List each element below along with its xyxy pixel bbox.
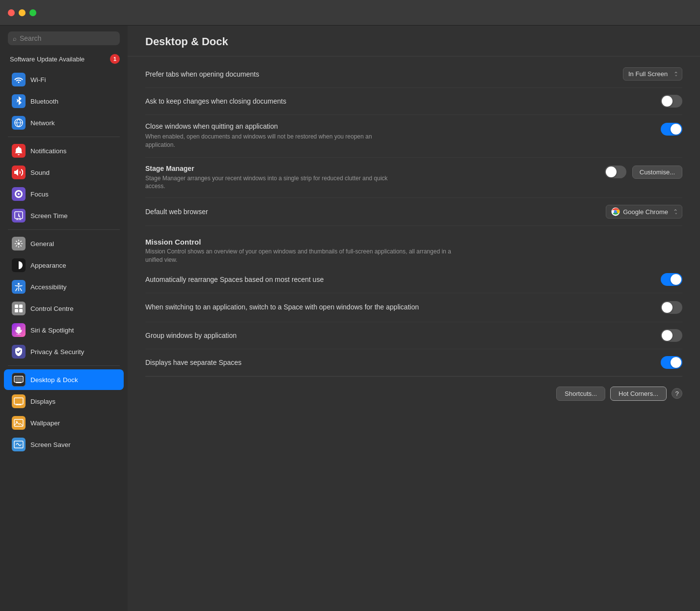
content-header: Desktop & Dock bbox=[128, 26, 700, 56]
sidebar-item-desktop-label: Desktop & Dock bbox=[30, 376, 78, 384]
stage-manager-row: Stage Manager Stage Manager arranges you… bbox=[145, 158, 682, 198]
accessibility-icon bbox=[12, 280, 26, 294]
sidebar-item-general-label: General bbox=[30, 240, 54, 248]
sidebar-item-sound-label: Sound bbox=[30, 169, 50, 176]
sidebar-item-notifications-label: Notifications bbox=[30, 147, 67, 155]
sidebar-item-sound[interactable]: Sound bbox=[4, 162, 124, 183]
help-button[interactable]: ? bbox=[672, 388, 682, 399]
sidebar-item-controlcentre-label: Control Centre bbox=[30, 305, 74, 312]
sidebar-item-privacy[interactable]: Privacy & Security bbox=[4, 341, 124, 362]
minimize-button[interactable] bbox=[19, 9, 26, 16]
stage-manager-sublabel: Stage Manager arranges your recent windo… bbox=[145, 174, 391, 191]
sidebar-item-bluetooth-label: Bluetooth bbox=[30, 98, 58, 105]
stage-manager-toggle[interactable] bbox=[605, 166, 626, 178]
desktop-icon bbox=[12, 373, 26, 387]
divider-2 bbox=[8, 229, 120, 230]
divider-1 bbox=[8, 137, 120, 137]
svg-rect-5 bbox=[15, 305, 18, 308]
software-update-item[interactable]: Software Update Available 1 bbox=[0, 51, 128, 67]
svg-point-17 bbox=[614, 210, 617, 213]
sidebar-item-screensaver[interactable]: Screen Saver bbox=[4, 434, 124, 455]
rearrange-spaces-row: Automatically rearrange Spaces based on … bbox=[145, 266, 682, 293]
switch-space-toggle[interactable] bbox=[661, 301, 682, 314]
svg-rect-7 bbox=[15, 309, 18, 312]
search-icon: ⌕ bbox=[13, 35, 17, 42]
svg-rect-10 bbox=[16, 382, 22, 383]
ask-changes-label: Ask to keep changes when closing documen… bbox=[145, 97, 286, 105]
screensaver-icon bbox=[12, 438, 26, 451]
general-icon bbox=[12, 237, 26, 250]
close-windows-row: Close windows when quitting an applicati… bbox=[145, 115, 682, 158]
sidebar-item-focus[interactable]: Focus bbox=[4, 184, 124, 204]
close-button[interactable] bbox=[8, 9, 15, 16]
content-body: Prefer tabs when opening documents Alway… bbox=[128, 60, 700, 411]
sidebar-item-appearance-label: Appearance bbox=[30, 262, 66, 269]
sidebar-item-displays-label: Displays bbox=[30, 398, 55, 405]
customise-button[interactable]: Customise... bbox=[632, 166, 682, 179]
controlcentre-icon bbox=[12, 302, 26, 315]
ask-changes-row: Ask to keep changes when closing documen… bbox=[145, 88, 682, 115]
sidebar-item-accessibility-label: Accessibility bbox=[30, 283, 67, 291]
sidebar-item-privacy-label: Privacy & Security bbox=[30, 348, 84, 356]
sidebar: ⌕ Software Update Available 1 Wi-Fi bbox=[0, 26, 128, 611]
sidebar-item-network[interactable]: Network bbox=[4, 112, 124, 133]
maximize-button[interactable] bbox=[29, 9, 36, 16]
svg-rect-12 bbox=[14, 398, 23, 404]
title-bar bbox=[0, 0, 700, 26]
separate-spaces-toggle[interactable] bbox=[661, 356, 682, 369]
sidebar-item-displays[interactable]: Displays bbox=[4, 391, 124, 412]
sidebar-item-siri[interactable]: Siri & Spotlight bbox=[4, 320, 124, 340]
sidebar-item-controlcentre[interactable]: Control Centre bbox=[4, 298, 124, 319]
chrome-icon bbox=[611, 207, 620, 216]
shortcuts-button[interactable]: Shortcuts... bbox=[556, 387, 605, 401]
close-windows-sublabel: When enabled, open documents and windows… bbox=[145, 133, 391, 149]
mission-control-title: Mission Control bbox=[145, 238, 682, 246]
traffic-lights bbox=[8, 9, 36, 16]
siri-icon bbox=[12, 323, 26, 337]
rearrange-spaces-label: Automatically rearrange Spaces based on … bbox=[145, 276, 323, 283]
stage-manager-label: Stage Manager bbox=[145, 165, 605, 172]
network-icon bbox=[12, 116, 26, 130]
sidebar-item-wifi[interactable]: Wi-Fi bbox=[4, 69, 124, 90]
switch-space-label: When switching to an application, switch… bbox=[145, 303, 419, 311]
svg-point-2 bbox=[18, 243, 20, 245]
privacy-icon bbox=[12, 345, 26, 359]
search-box[interactable]: ⌕ bbox=[8, 31, 120, 45]
sidebar-item-desktop[interactable]: Desktop & Dock bbox=[4, 369, 124, 390]
wallpaper-icon bbox=[12, 416, 26, 430]
software-update-badge: 1 bbox=[110, 54, 120, 64]
sidebar-item-siri-label: Siri & Spotlight bbox=[30, 327, 74, 334]
prefer-tabs-select[interactable]: Always In Full Screen Never bbox=[623, 67, 682, 81]
svg-point-4 bbox=[18, 283, 20, 285]
group-windows-row: Group windows by application bbox=[145, 322, 682, 349]
page-title: Desktop & Dock bbox=[145, 35, 682, 48]
sound-icon bbox=[12, 166, 26, 179]
software-update-label: Software Update Available bbox=[10, 56, 84, 63]
bluetooth-icon bbox=[12, 94, 26, 108]
hot-corners-button[interactable]: Hot Corners... bbox=[610, 387, 667, 401]
svg-rect-8 bbox=[19, 309, 23, 312]
bottom-action-bar: Shortcuts... Hot Corners... ? bbox=[145, 376, 682, 411]
sidebar-item-focus-label: Focus bbox=[30, 191, 49, 198]
default-browser-label: Default web browser bbox=[145, 208, 208, 216]
displays-icon bbox=[12, 394, 26, 408]
group-windows-toggle[interactable] bbox=[661, 329, 682, 342]
screentime-icon bbox=[12, 209, 26, 222]
sidebar-item-general[interactable]: General bbox=[4, 233, 124, 254]
sidebar-item-notifications[interactable]: Notifications bbox=[4, 140, 124, 161]
search-container: ⌕ bbox=[0, 26, 128, 51]
prefer-tabs-select-wrapper: Always In Full Screen Never ⌃ bbox=[623, 67, 682, 81]
sidebar-item-appearance[interactable]: Appearance bbox=[4, 255, 124, 276]
default-browser-select-wrapper: Google Chrome ⌃ bbox=[606, 205, 682, 219]
sidebar-item-wallpaper[interactable]: Wallpaper bbox=[4, 413, 124, 433]
wifi-icon bbox=[12, 73, 26, 86]
prefer-tabs-row: Prefer tabs when opening documents Alway… bbox=[145, 60, 682, 88]
notifications-icon bbox=[12, 144, 26, 158]
sidebar-item-accessibility[interactable]: Accessibility bbox=[4, 277, 124, 297]
close-windows-toggle[interactable] bbox=[661, 123, 682, 136]
ask-changes-toggle[interactable] bbox=[661, 95, 682, 108]
sidebar-item-screentime[interactable]: Screen Time bbox=[4, 205, 124, 226]
rearrange-spaces-toggle[interactable] bbox=[661, 273, 682, 286]
sidebar-item-bluetooth[interactable]: Bluetooth bbox=[4, 91, 124, 111]
search-input[interactable] bbox=[20, 34, 115, 42]
